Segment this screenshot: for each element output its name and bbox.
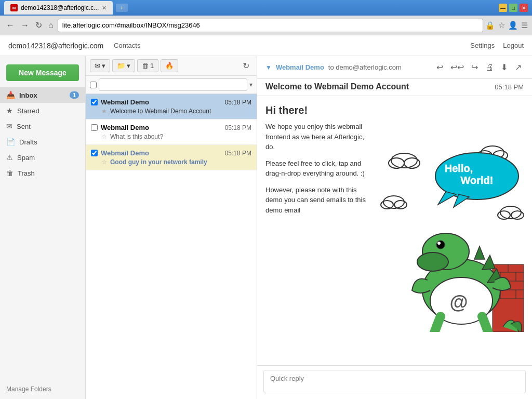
refresh-email-btn[interactable]: ↻ [240, 60, 252, 72]
star-icon[interactable]: ☆ [498, 21, 505, 30]
tab-favicon: M [10, 4, 18, 11]
sidebar-item-drafts[interactable]: 📄 Drafts [0, 134, 85, 150]
compose-btn[interactable]: ✉ ▾ [90, 59, 110, 72]
move-btn[interactable]: 📁 ▾ [112, 59, 135, 72]
svg-point-9 [500, 206, 521, 219]
print-btn[interactable]: 🖨 [483, 61, 496, 73]
contacts-link[interactable]: Contacts [114, 42, 140, 49]
email-2-preview-row: ☆ What is this about? [91, 133, 251, 140]
search-input[interactable] [99, 78, 247, 91]
sidebar-item-spam[interactable]: ⚠ Spam [0, 150, 85, 165]
email-item-2[interactable]: Webmail Demo 05:18 PM ☆ What is this abo… [86, 119, 257, 145]
svg-text:@: @ [449, 291, 468, 313]
inbox-label: Inbox [19, 91, 37, 99]
email-3-preview-row: ☆ Good guy in your network family [91, 158, 251, 166]
email-1-checkbox[interactable] [91, 99, 98, 105]
nav-icons: 🔒 ☆ 👤 ☰ [485, 21, 528, 30]
svg-point-32 [437, 242, 441, 245]
app-body: New Message 📥 Inbox 1 ★ Starred ✉ Sent 📄… [0, 56, 532, 399]
forward-btn[interactable]: → [19, 19, 31, 32]
move-dropdown: ▾ [127, 62, 130, 70]
minimize-btn[interactable]: — [499, 4, 507, 12]
forward-btn[interactable]: ↪ [469, 61, 480, 73]
header-actions: Settings Logout [470, 42, 524, 49]
starred-label: Starred [17, 107, 39, 115]
external-btn[interactable]: ↗ [513, 61, 524, 73]
close-btn[interactable]: ✕ [520, 4, 528, 12]
email-1-sender: Webmail Demo [101, 98, 222, 106]
email-2-checkbox[interactable] [91, 124, 98, 131]
svg-point-8 [394, 201, 407, 209]
svg-marker-33 [474, 246, 485, 259]
select-all-checkbox[interactable] [90, 82, 97, 88]
manage-folders-link[interactable]: Manage Folders [6, 385, 51, 393]
person-icon: 👤 [508, 21, 518, 30]
svg-point-30 [417, 252, 448, 271]
email-3-sender: Webmail Demo [101, 149, 222, 157]
address-bar[interactable] [58, 19, 483, 32]
email-3-time: 05:18 PM [225, 150, 251, 157]
email-item-1[interactable]: Webmail Demo 05:18 PM ★ Welcome to Webma… [86, 94, 257, 119]
drafts-label: Drafts [19, 138, 37, 146]
back-btn[interactable]: ← [4, 19, 17, 32]
sidebar: New Message 📥 Inbox 1 ★ Starred ✉ Sent 📄… [0, 56, 86, 399]
title-bar: M demo142318@afterlogic.c... ✕ + — □ ✕ [0, 0, 532, 16]
settings-link[interactable]: Settings [470, 42, 495, 49]
svg-point-10 [498, 211, 510, 219]
delete-btn[interactable]: 🗑 1 [137, 59, 158, 72]
sidebar-item-trash[interactable]: 🗑 Trash [0, 165, 85, 181]
email-items: Webmail Demo 05:18 PM ★ Welcome to Webma… [86, 94, 257, 399]
svg-point-0 [391, 153, 417, 168]
email-3-star[interactable]: ☆ [101, 158, 107, 166]
email-2-sender: Webmail Demo [101, 124, 222, 131]
home-btn[interactable]: ⌂ [46, 19, 56, 32]
spam-btn[interactable]: 🔥 [161, 59, 178, 72]
nav-bar: ← → ↻ ⌂ 🔒 ☆ 👤 ☰ [0, 16, 532, 35]
email-para-1: We hope you enjoy this webmail frontend … [265, 122, 368, 152]
email-text-content: Hi there! We hope you enjoy this webmail… [265, 104, 368, 357]
svg-point-11 [511, 211, 524, 219]
email-view-pane: ▼ Webmail Demo to demo@afterlogic.com ↩ … [257, 56, 532, 399]
spam-label: Spam [17, 154, 35, 162]
download-btn[interactable]: ⬇ [499, 61, 510, 73]
tab-title: demo142318@afterlogic.c... [21, 4, 99, 11]
collapse-icon[interactable]: ▼ [265, 64, 272, 71]
browser-tab[interactable]: M demo142318@afterlogic.c... ✕ [4, 1, 113, 15]
email-2-star[interactable]: ☆ [101, 133, 107, 140]
email-item-3-header: Webmail Demo 05:18 PM [91, 149, 251, 157]
email-to: to demo@afterlogic.com [328, 63, 402, 71]
sidebar-item-sent[interactable]: ✉ Sent [0, 118, 85, 134]
new-tab-btn[interactable]: + [116, 4, 127, 12]
reply-all-btn[interactable]: ↩↩ [448, 61, 466, 73]
new-message-button[interactable]: New Message [6, 64, 79, 81]
sidebar-item-inbox[interactable]: 📥 Inbox 1 [0, 87, 85, 103]
email-item-3[interactable]: Webmail Demo 05:18 PM ☆ Good guy in your… [86, 145, 257, 170]
search-row: ▾ [86, 76, 257, 94]
app-container: demo142318@afterlogic.com Contacts Setti… [0, 35, 532, 399]
svg-text:Hello,: Hello, [445, 163, 473, 174]
crocodile-illustration: Hello, World! [378, 129, 524, 332]
user-email: demo142318@afterlogic.com [8, 42, 103, 50]
email-subject-row: Welcome to Webmail Demo Account 05:18 PM [257, 79, 532, 96]
compose-icon: ✉ [95, 62, 100, 70]
sidebar-item-starred[interactable]: ★ Starred [0, 103, 85, 118]
email-subject: Welcome to Webmail Demo Account [265, 82, 495, 91]
menu-icon[interactable]: ☰ [521, 21, 528, 30]
tab-close-btn[interactable]: ✕ [102, 5, 107, 11]
starred-icon: ★ [6, 107, 13, 115]
inbox-badge: 1 [70, 91, 79, 99]
email-view-actions: ↩ ↩↩ ↪ 🖨 ⬇ ↗ [434, 61, 524, 73]
search-dropdown-btn[interactable]: ▾ [249, 81, 252, 88]
email-illustration: Hello, World! [378, 104, 524, 357]
maximize-btn[interactable]: □ [509, 4, 517, 12]
email-1-star[interactable]: ★ [101, 108, 107, 115]
reply-btn[interactable]: ↩ [434, 61, 445, 73]
email-view-header: ▼ Webmail Demo to demo@afterlogic.com ↩ … [257, 56, 532, 79]
logout-link[interactable]: Logout [503, 42, 524, 49]
svg-point-7 [381, 201, 393, 209]
quick-reply-input[interactable] [263, 370, 526, 393]
email-3-checkbox[interactable] [91, 150, 98, 156]
refresh-btn[interactable]: ↻ [33, 18, 44, 32]
email-1-preview: Welcome to Webmail Demo Account [110, 108, 211, 115]
email-item-2-header: Webmail Demo 05:18 PM [91, 124, 251, 131]
